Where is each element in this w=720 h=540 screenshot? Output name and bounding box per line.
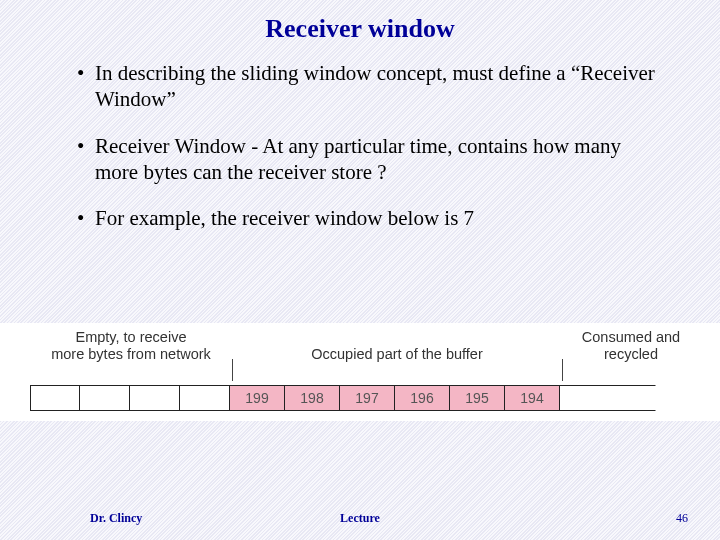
occupied-cell: 198 <box>285 385 340 411</box>
label-consumed-line1: Consumed and <box>582 329 680 346</box>
occupied-cell: 199 <box>230 385 285 411</box>
footer-page-number: 46 <box>676 511 688 526</box>
empty-cell <box>130 385 180 411</box>
empty-cell <box>30 385 80 411</box>
buffer-cells: 199 198 197 196 195 194 <box>30 385 690 411</box>
label-empty-line1: Empty, to receive <box>76 329 187 346</box>
occupied-cell: 195 <box>450 385 505 411</box>
divider-line <box>562 359 563 381</box>
empty-cell <box>180 385 230 411</box>
divider-line <box>232 359 233 381</box>
consumed-region <box>560 385 656 411</box>
label-consumed-line2: recycled <box>604 346 658 363</box>
occupied-cell: 196 <box>395 385 450 411</box>
occupied-cell: 194 <box>505 385 560 411</box>
bullet-item: For example, the receiver window below i… <box>95 205 660 231</box>
occupied-cell: 197 <box>340 385 395 411</box>
footer-author: Dr. Clincy <box>90 511 142 526</box>
footer-lecture: Lecture <box>340 511 380 526</box>
label-occupied: Occupied part of the buffer <box>311 346 482 363</box>
slide-title: Receiver window <box>0 0 720 44</box>
buffer-diagram: Empty, to receive more bytes from networ… <box>0 323 720 421</box>
slide-footer: Dr. Clincy Lecture 46 <box>0 511 720 526</box>
bullet-list: In describing the sliding window concept… <box>0 44 720 231</box>
label-empty-line2: more bytes from network <box>51 346 211 363</box>
bullet-item: Receiver Window - At any particular time… <box>95 133 660 186</box>
empty-cell <box>80 385 130 411</box>
bullet-item: In describing the sliding window concept… <box>95 60 660 113</box>
